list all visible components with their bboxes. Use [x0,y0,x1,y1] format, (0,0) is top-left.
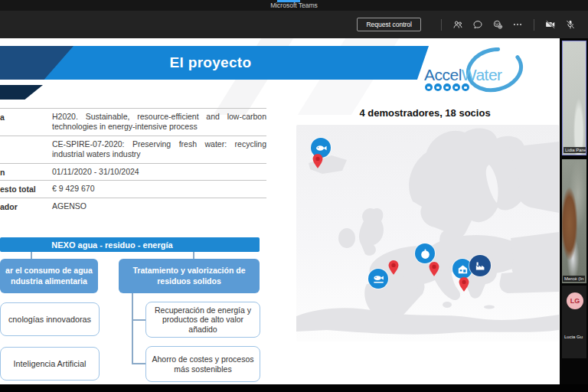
leaf-box-energy-recovery: Recuperación de energía y productos de a… [145,302,260,338]
avatar: LG [567,292,583,309]
table-row: ador AGENSO [0,198,266,214]
leaf-box-artificial-intelligence: Inteligencia Artificial [0,347,100,381]
industry-badge-icon [469,255,491,276]
logo-social-icons [425,83,469,91]
mic-off-icon[interactable] [563,17,578,32]
row-value: H2020. Sustainable, resource-efficient a… [52,112,266,132]
row-value: € 9 429 670 [52,184,266,194]
table-row: a H2020. Sustainable, resource-efficient… [0,108,266,136]
location-pin-icon [388,260,399,275]
accelwater-logo: AccelWater [423,47,545,95]
location-pin-icon [429,262,439,276]
map-heading: 4 demostradores, 18 socios [291,107,559,119]
row-value: CE-SPIRE-07-2020: Preserving fresh water… [52,139,266,160]
location-pin-icon [312,154,323,168]
row-label: ador [0,201,44,211]
table-row: esto total € 9 429 670 [0,180,266,197]
row-label: n [0,167,44,177]
banner-navy-shape-small [0,85,43,100]
table-row: CE-SPIRE-07-2020: Preserving fresh water… [0,136,266,163]
connector-line [132,363,145,364]
participants-icon[interactable] [450,17,466,32]
row-label: esto total [0,184,44,194]
row-label [0,139,44,160]
logo-wordmark: AccelWater [424,66,502,84]
project-info-table: a H2020. Sustainable, resource-efficient… [0,108,266,214]
row-value: AGENSO [52,201,266,211]
participant-name: Lucia Gu [563,334,584,340]
participant-tile-avatar[interactable]: LG Lucia Gu [562,286,586,358]
active-tab-indicator [277,0,300,2]
participant-name: Lidia Pare [564,147,586,153]
row-label: a [0,112,44,132]
table-row: n 01/11/2020 - 31/10/2024 [0,163,266,180]
reactions-icon[interactable] [490,17,505,32]
fish-plate-badge-icon [368,269,388,289]
toolbar-divider [534,19,534,31]
social-dot-icon [425,83,433,91]
participant-tile-active-speaker[interactable]: Lidia Pare [562,41,586,155]
location-pin-icon [459,277,469,292]
window-titlebar: Microsoft Teams [0,0,588,11]
more-options-icon[interactable] [510,17,525,32]
camera-off-icon[interactable] [543,17,558,32]
tomato-badge-icon [415,243,435,263]
social-dot-icon [443,83,451,91]
europe-silhouette [296,125,559,341]
social-dot-icon [462,83,469,91]
leaf-box-innovative-technologies: cnologías innovadoras [0,302,100,336]
nexo-header-bar: NEXO agua - residuo - energía [0,237,260,252]
europe-map [296,125,559,341]
window-title: Microsoft Teams [270,2,318,9]
social-dot-icon [434,83,442,91]
row-value: 01/11/2020 - 31/10/2024 [52,167,266,177]
slide-title: El proyecto [170,54,260,71]
leaf-box-cost-savings: Ahorro de costes y procesos más sostenib… [145,346,260,382]
request-control-button[interactable]: Request control [357,18,421,31]
branch-box-water-consumption: ar el consumo de agua ndustria alimentar… [0,259,98,293]
participant-name: Mercè (In [563,276,585,282]
chat-icon[interactable] [470,17,485,32]
branch-box-waste-treatment: Tratamiento y valorización de residuos s… [119,259,260,293]
social-dot-icon [452,83,460,91]
participant-tile-video[interactable]: Mercè (In [562,159,586,283]
shared-screen-slide: El proyecto AccelWater a H2020. Sustaina… [0,38,560,384]
bottom-bar [0,384,588,392]
connector-line [132,293,133,364]
meeting-toolbar: Request control [0,11,588,38]
connector-line [132,319,145,321]
participants-sidebar: Lidia Pare Mercè (In LG Lucia Gu [560,38,588,392]
toolbar-divider [441,19,442,31]
